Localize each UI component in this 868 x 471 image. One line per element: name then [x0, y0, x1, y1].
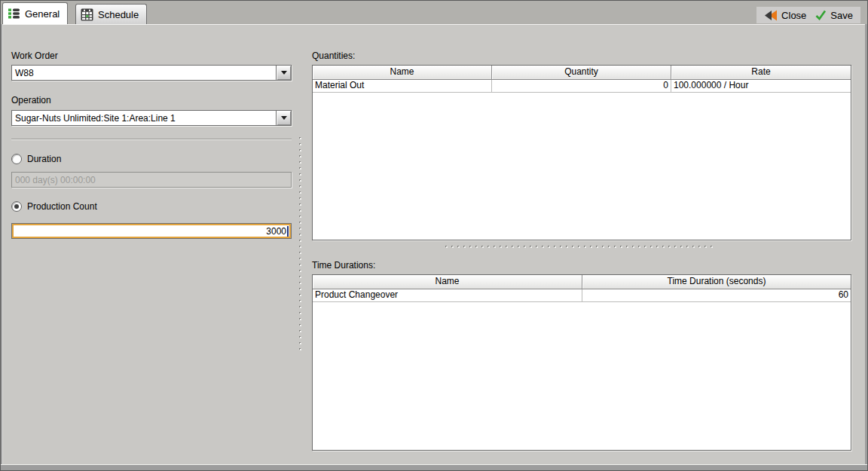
column-header-quantity[interactable]: Quantity — [492, 66, 671, 79]
work-order-dropdown-button[interactable] — [276, 66, 291, 80]
work-order-label: Work Order — [11, 50, 58, 61]
cell-name[interactable]: Product Changeover — [313, 289, 582, 301]
radio-unselected-icon — [11, 154, 22, 164]
toolbar: Close Save — [756, 7, 860, 23]
save-button-label: Save — [830, 10, 853, 21]
calendar-icon — [81, 8, 93, 21]
production-count-input[interactable]: 3000 — [11, 223, 292, 239]
quantities-table-header: Name Quantity Rate — [313, 66, 851, 80]
time-durations-table: Name Time Duration (seconds) Product Cha… — [312, 274, 851, 451]
horizontal-splitter[interactable] — [445, 246, 717, 247]
tab-bar: General Schedule Close — [1, 1, 867, 24]
section-separator — [11, 139, 292, 140]
cell-name[interactable]: Material Out — [313, 80, 492, 92]
double-arrow-left-icon — [764, 10, 778, 21]
production-count-radio[interactable]: Production Count — [11, 201, 97, 212]
cell-time-duration[interactable]: 60 — [582, 289, 851, 301]
tab-general[interactable]: General — [2, 2, 68, 24]
tab-general-label: General — [25, 8, 60, 20]
work-order-window: General Schedule Close — [0, 0, 868, 471]
cell-rate[interactable]: 100.000000 / Hour — [671, 80, 851, 92]
operation-select[interactable]: Sugar-Nuts Unlimited:Site 1:Area:Line 1 — [11, 110, 292, 126]
work-order-select[interactable]: W88 — [11, 65, 292, 81]
save-button[interactable]: Save — [811, 8, 857, 23]
duration-value: 000 day(s) 00:00:00 — [15, 175, 96, 185]
window-bottom-frame — [1, 464, 867, 470]
duration-input: 000 day(s) 00:00:00 — [11, 172, 292, 188]
duration-radio[interactable]: Duration — [11, 154, 61, 164]
column-header-name[interactable]: Name — [313, 275, 582, 289]
vertical-splitter[interactable] — [299, 137, 301, 350]
time-durations-table-row[interactable]: Product Changeover 60 — [313, 289, 851, 302]
production-count-radio-label: Production Count — [27, 201, 97, 212]
column-header-rate[interactable]: Rate — [671, 66, 851, 79]
chevron-down-icon — [281, 116, 287, 120]
list-icon — [8, 8, 20, 20]
quantities-table-row[interactable]: Material Out 0 100.000000 / Hour — [313, 80, 851, 93]
production-count-value: 3000 — [266, 226, 286, 237]
radio-selected-icon — [11, 201, 22, 212]
chevron-down-icon — [281, 71, 287, 75]
operation-dropdown-button[interactable] — [276, 111, 291, 125]
tab-schedule[interactable]: Schedule — [75, 4, 147, 24]
quantities-table: Name Quantity Rate Material Out 0 100.00… — [312, 65, 851, 240]
quantities-title: Quantities: — [312, 50, 355, 61]
checkmark-icon — [815, 10, 827, 20]
column-header-time-duration[interactable]: Time Duration (seconds) — [582, 275, 851, 289]
work-order-value: W88 — [12, 68, 276, 78]
tab-schedule-label: Schedule — [98, 9, 139, 20]
duration-radio-label: Duration — [27, 154, 61, 164]
column-header-name[interactable]: Name — [313, 66, 492, 79]
text-caret — [287, 226, 289, 237]
operation-value: Sugar-Nuts Unlimited:Site 1:Area:Line 1 — [12, 113, 276, 124]
close-button-label: Close — [781, 10, 806, 21]
time-durations-title: Time Durations: — [312, 260, 375, 271]
close-button[interactable]: Close — [760, 8, 811, 23]
cell-quantity[interactable]: 0 — [492, 80, 671, 92]
time-durations-table-header: Name Time Duration (seconds) — [313, 275, 851, 289]
operation-label: Operation — [11, 95, 51, 106]
